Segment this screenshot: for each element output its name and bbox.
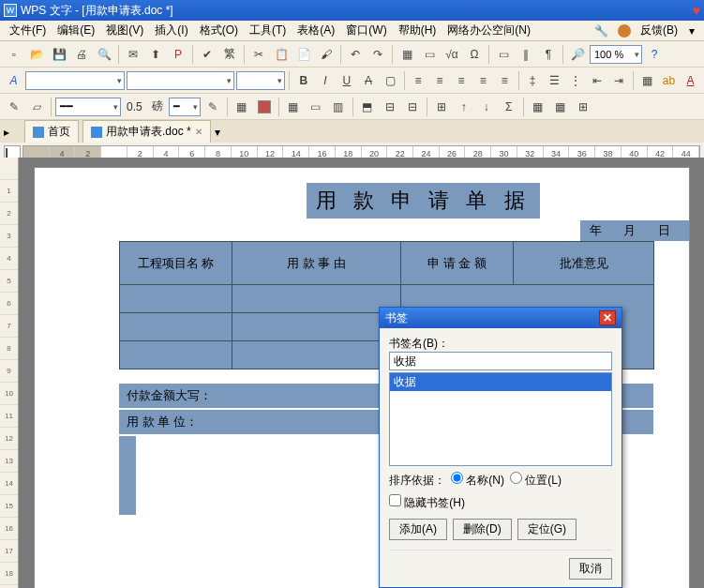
menu-file[interactable]: 文件(F): [4, 21, 52, 40]
mail-button[interactable]: ✉: [123, 44, 143, 65]
fontcolor-button[interactable]: A: [681, 70, 700, 91]
autofit-button[interactable]: ⊞: [431, 97, 452, 117]
borders-button[interactable]: ▦: [232, 97, 252, 117]
props-button[interactable]: ⊞: [573, 97, 593, 117]
symbol-button[interactable]: Ω: [464, 44, 485, 65]
bold-button[interactable]: B: [293, 70, 313, 91]
bookmark-name-input[interactable]: [389, 352, 612, 370]
cancel-button[interactable]: 取消: [569, 558, 612, 580]
save-button[interactable]: 💾: [49, 44, 69, 65]
style-button[interactable]: A: [4, 70, 23, 91]
gridlines-button[interactable]: ▦: [550, 97, 571, 117]
dist-cols-button[interactable]: ⊟: [402, 97, 423, 117]
insert-table-button[interactable]: ▦: [283, 97, 304, 117]
trad-button[interactable]: 繁: [219, 44, 240, 65]
menu-cloud[interactable]: 网络办公空间(N): [442, 21, 536, 40]
shading-button[interactable]: [254, 97, 275, 117]
highlight-button[interactable]: ab: [659, 70, 679, 91]
menu-insert[interactable]: 插入(I): [149, 21, 193, 40]
table-button[interactable]: ▦: [397, 44, 417, 65]
menu-window[interactable]: 窗口(W): [340, 21, 392, 40]
sum-button[interactable]: Σ: [499, 97, 519, 117]
align-left-button[interactable]: ≡: [409, 70, 428, 91]
add-button[interactable]: 添加(A): [389, 519, 447, 540]
box-char-button[interactable]: ▢: [381, 70, 400, 91]
valign-top-button[interactable]: ⬒: [357, 97, 378, 117]
menu-view[interactable]: 视图(V): [100, 21, 149, 40]
hide-bookmark-checkbox[interactable]: 隐藏书签(H): [389, 494, 465, 511]
dist-rows-button[interactable]: ⊟: [380, 97, 400, 117]
line-style-combo[interactable]: ━━: [55, 98, 121, 116]
sort-asc-button[interactable]: ↑: [454, 97, 474, 117]
align-right-button[interactable]: ≡: [452, 70, 472, 91]
outdent-button[interactable]: ⇤: [588, 70, 607, 91]
vertical-ruler[interactable]: 123 4567 891011 12131415 161718: [0, 158, 19, 588]
italic-button[interactable]: I: [315, 70, 335, 91]
tab-home[interactable]: 首页: [24, 120, 79, 143]
goto-button[interactable]: 定位(G): [517, 519, 577, 540]
size-combo[interactable]: [236, 71, 285, 90]
bookmark-list-item[interactable]: 收据: [390, 373, 611, 391]
spell-button[interactable]: ✔: [197, 44, 217, 65]
pdf-button[interactable]: P: [168, 44, 188, 65]
dialog-titlebar[interactable]: 书签 ✕: [380, 308, 622, 328]
split-button[interactable]: ▥: [328, 97, 349, 117]
underline-button[interactable]: U: [337, 70, 356, 91]
style-combo[interactable]: [25, 71, 125, 90]
export-button[interactable]: ⬆: [145, 44, 166, 65]
formula-button[interactable]: √α: [442, 44, 462, 65]
font-combo[interactable]: [127, 71, 234, 90]
redo-button[interactable]: ↷: [367, 44, 388, 65]
tab-list-button[interactable]: ▸: [4, 126, 21, 143]
menu-tools[interactable]: 工具(T): [244, 21, 292, 40]
print-button[interactable]: 🖨: [71, 44, 92, 65]
tab-close-icon[interactable]: ✕: [195, 127, 202, 137]
bullist-button[interactable]: ⋮: [566, 70, 586, 91]
menu-table[interactable]: 表格(A): [292, 21, 340, 40]
find-button[interactable]: 🔎: [567, 44, 588, 65]
bookmark-list[interactable]: 收据: [389, 372, 612, 466]
linespace-button[interactable]: ‡: [523, 70, 543, 91]
undo-button[interactable]: ↶: [345, 44, 366, 65]
sort-name-radio[interactable]: 名称(N): [451, 472, 504, 489]
numlist-button[interactable]: ☰: [545, 70, 564, 91]
wrench-icon[interactable]: 🔧: [589, 23, 614, 39]
align-justify-button[interactable]: ≡: [473, 70, 493, 91]
copy-button[interactable]: 📋: [271, 44, 292, 65]
row-button[interactable]: ▭: [419, 44, 440, 65]
preview-button[interactable]: 🔍: [94, 44, 114, 65]
merge-button[interactable]: ▭: [306, 97, 326, 117]
cut-button[interactable]: ✂: [248, 44, 269, 65]
tab-document[interactable]: 用款申请表.doc * ✕: [82, 120, 211, 143]
avatar-icon[interactable]: [618, 24, 631, 38]
sort-desc-button[interactable]: ↓: [476, 97, 497, 117]
delete-button[interactable]: 删除(D): [453, 519, 512, 540]
open-button[interactable]: 📂: [26, 44, 47, 65]
format-painter-button[interactable]: 🖌: [316, 44, 337, 65]
line-width-combo[interactable]: ━: [169, 98, 201, 116]
strike-button[interactable]: A: [358, 70, 378, 91]
menu-dropdown-icon[interactable]: ▾: [683, 23, 700, 39]
eraser-button[interactable]: ▱: [26, 97, 47, 117]
para-button[interactable]: ¶: [538, 44, 559, 65]
new-button[interactable]: ▫: [4, 44, 24, 65]
pen-color-button[interactable]: ✎: [202, 97, 223, 117]
align-center-button[interactable]: ≡: [430, 70, 450, 91]
sort-pos-radio[interactable]: 位置(L): [510, 472, 562, 489]
menu-format[interactable]: 格式(O): [194, 21, 244, 40]
menu-help[interactable]: 帮助(H): [393, 21, 442, 40]
paste-button[interactable]: 📄: [293, 44, 314, 65]
tab-menu-button[interactable]: ▾: [215, 126, 232, 143]
draw-table-button[interactable]: ✎: [4, 97, 24, 117]
zoom-combo[interactable]: 100 %: [590, 45, 642, 64]
columns-button[interactable]: ‖: [516, 44, 536, 65]
menu-edit[interactable]: 编辑(E): [52, 21, 100, 40]
select-table-button[interactable]: ▦: [528, 97, 548, 117]
dialog-close-button[interactable]: ✕: [599, 310, 616, 325]
border-button[interactable]: ▦: [637, 70, 657, 91]
align-dist-button[interactable]: ≡: [495, 70, 515, 91]
help-button[interactable]: ?: [644, 44, 665, 65]
frame-button[interactable]: ▭: [493, 44, 514, 65]
menu-feedback[interactable]: 反馈(B): [635, 21, 683, 40]
indent-button[interactable]: ⇥: [609, 70, 629, 91]
